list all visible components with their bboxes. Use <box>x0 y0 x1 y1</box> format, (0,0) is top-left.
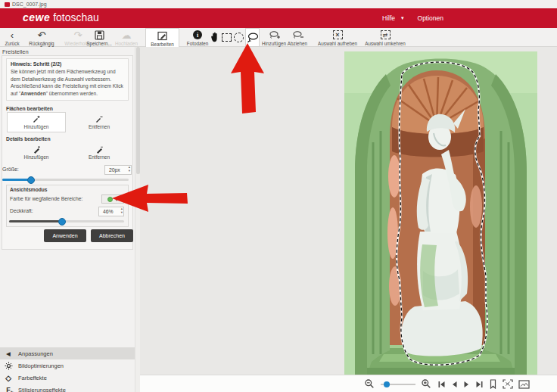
lasso-minus-icon <box>292 30 303 40</box>
surfaces-add-label: Hinzufügen <box>24 124 49 129</box>
edit-mode-button[interactable]: Bearbeiten <box>145 28 179 47</box>
panel-title: Freistellen <box>2 48 29 55</box>
diamond-icon: ◇ <box>3 374 14 382</box>
hint-title: Hinweis: Schritt (2/2) <box>11 61 124 67</box>
view-mode-group: Ansichtsmodus Farbe für wegfallende Bere… <box>6 185 129 227</box>
size-slider-handle[interactable] <box>27 176 35 184</box>
hand-tool[interactable] <box>209 31 220 43</box>
options-menu[interactable]: Optionen <box>418 14 444 22</box>
sidebar-item-anpassungen[interactable]: ◀ Anpassungen <box>0 347 135 359</box>
category-label: Farbeffekte <box>18 375 47 381</box>
ellipse-select-tool[interactable] <box>233 31 244 43</box>
view-mode-title: Ansichtsmodus <box>10 187 125 192</box>
surfaces-remove-button[interactable]: Entfernen <box>70 112 129 132</box>
next-image-button[interactable] <box>463 381 470 388</box>
image-tab[interactable]: DSC_0007.jpg <box>2 0 50 8</box>
swatch-chevron-down-icon: ▾ <box>115 197 117 202</box>
zoom-slider-handle[interactable] <box>384 381 390 387</box>
toolbar: ‹ Zurück ↶ Rückgängig ↷ Wiederholen Spei… <box>0 28 557 47</box>
first-image-button[interactable] <box>437 381 446 388</box>
size-slider[interactable] <box>2 179 129 181</box>
last-image-button[interactable] <box>475 381 484 388</box>
opacity-label: Deckkraft: <box>10 208 33 213</box>
details-add-button[interactable]: Hinzufügen <box>7 142 66 163</box>
zoom-out-button[interactable] <box>364 378 375 390</box>
previous-image-button[interactable] <box>451 381 458 388</box>
crop-tool-panel: Freistellen Hinweis: Schritt (2/2) Sie k… <box>0 47 135 392</box>
window-tab-bar: DSC_0007.jpg <box>0 0 557 8</box>
edit-label: Bearbeiten <box>151 42 173 47</box>
wand-remove-icon <box>95 115 104 123</box>
lasso-select-tool[interactable] <box>245 28 260 47</box>
cancel-button[interactable]: Abbrechen <box>91 229 133 242</box>
pen-add-icon <box>33 145 41 154</box>
image-overview-button[interactable] <box>518 380 530 389</box>
redo-icon: ↷ <box>74 30 82 40</box>
overlay-color-swatch <box>107 197 113 202</box>
app-header: cewe fotoschau Hilfe ▾ Optionen <box>0 8 557 28</box>
surfaces-section-title: Flächen bearbeiten <box>6 106 53 111</box>
app-logo: cewe fotoschau <box>23 11 99 23</box>
photo-data-label: Fotodaten <box>187 41 208 46</box>
fullscreen-button[interactable] <box>503 379 513 389</box>
undo-icon: ↶ <box>38 30 46 40</box>
hint-box: Hinweis: Schritt (2/2) Sie können jetzt … <box>6 58 129 101</box>
back-button[interactable]: ‹ Zurück <box>2 28 23 47</box>
zoom-in-button[interactable] <box>421 378 432 390</box>
upload-cloud-icon: ☁ <box>122 30 132 40</box>
rect-select-icon <box>222 33 232 42</box>
brand-product: fotoschau <box>53 11 99 23</box>
undo-button[interactable]: ↶ Rückgängig <box>24 28 59 47</box>
details-add-label: Hinzufügen <box>24 154 49 160</box>
hint-body: Sie können jetzt mit dem Flächenwerkzeug… <box>11 68 124 97</box>
info-icon: i <box>193 30 202 40</box>
ellipse-select-icon <box>234 33 244 42</box>
back-icon: ‹ <box>11 30 14 40</box>
size-stepper[interactable]: 20px ▴▾ <box>104 165 132 175</box>
opacity-slider[interactable] <box>9 220 124 222</box>
sun-icon <box>3 362 14 370</box>
photo-statue-with-selection[interactable] <box>344 51 537 375</box>
selection-clear-label: Auswahl aufheben <box>318 41 357 46</box>
selection-invert-button[interactable]: ⇄ Auswahl umkehren <box>362 28 409 47</box>
editing-canvas[interactable] <box>140 47 557 375</box>
f-star-icon: F★ <box>3 386 14 392</box>
zoom-slider[interactable] <box>381 384 415 385</box>
bookmark-button[interactable] <box>489 379 497 389</box>
surfaces-add-button[interactable]: Hinzufügen <box>7 112 66 132</box>
edit-icon <box>157 30 168 41</box>
size-down-icon[interactable]: ▾ <box>129 170 130 173</box>
rect-select-tool[interactable] <box>221 31 232 43</box>
size-value: 20px <box>109 167 120 173</box>
upload-label: Hochladen <box>115 41 138 46</box>
selection-subtract-button[interactable]: Abziehen <box>283 28 312 47</box>
sidebar-item-farbeffekte[interactable]: ◇ Farbeffekte <box>0 372 135 384</box>
help-menu[interactable]: Hilfe <box>382 14 395 22</box>
opacity-slider-handle[interactable] <box>58 218 66 226</box>
category-label: Anpassungen <box>18 350 53 357</box>
brand-cewe: cewe <box>23 11 50 23</box>
upload-button[interactable]: ☁ Hochladen <box>110 28 142 47</box>
app-mini-logo-icon <box>5 2 10 7</box>
lasso-icon <box>247 33 259 43</box>
sidebar-item-bildoptimierungen[interactable]: Bildoptimierungen <box>0 359 135 372</box>
help-chevron-down-icon[interactable]: ▾ <box>401 15 404 21</box>
details-remove-button[interactable]: Entfernen <box>70 142 129 163</box>
overlay-color-dropdown[interactable]: ▾ <box>101 194 124 204</box>
apply-button[interactable]: Anwenden <box>44 229 86 242</box>
sidebar-item-stilisierungseffekte[interactable]: F★ Stilisierungseffekte <box>0 384 135 392</box>
back-label: Zurück <box>5 41 19 46</box>
panel-scrollbar[interactable] <box>135 47 140 392</box>
lasso-plus-icon <box>269 30 280 40</box>
surfaces-remove-label: Entfernen <box>89 124 110 129</box>
category-label: Stilisierungseffekte <box>18 387 66 392</box>
opacity-stepper[interactable]: 46% ▴▾ <box>98 207 124 216</box>
save-label: Speichern... <box>86 41 112 46</box>
selection-clear-button[interactable]: × Auswahl aufheben <box>315 28 360 47</box>
opacity-value: 46% <box>103 209 114 214</box>
save-icon <box>95 30 104 40</box>
selection-subtract-label: Abziehen <box>288 41 307 46</box>
category-label: Bildoptimierungen <box>18 362 64 369</box>
canvas-bottom-bar <box>140 375 557 392</box>
opacity-down-icon[interactable]: ▾ <box>121 211 123 215</box>
